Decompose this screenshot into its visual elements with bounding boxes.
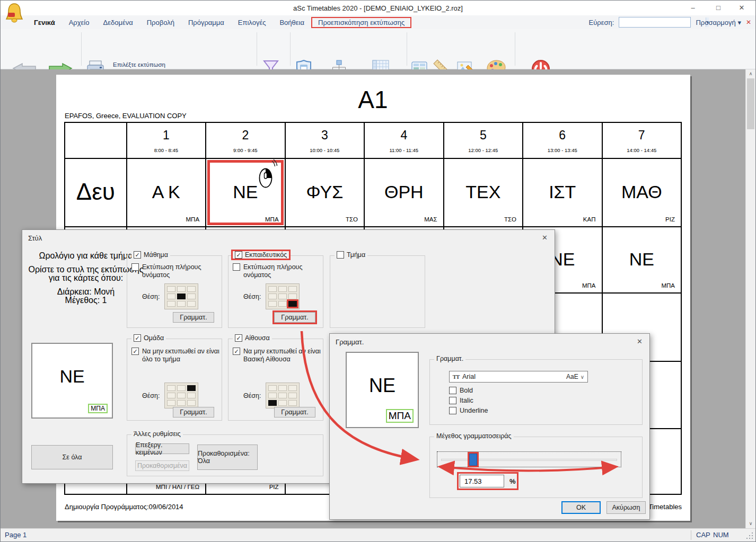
card-preview: ΝΕ ΜΠΑ	[31, 343, 113, 419]
group-group-header[interactable]: ✓ Ομάδα	[131, 334, 166, 342]
style-dialog-close-icon[interactable]: ✕	[542, 234, 548, 242]
lesson-fullname-option[interactable]: Εκτύπωση πλήρους ονόματος	[131, 263, 219, 279]
close-preview-x-icon[interactable]: ✕	[746, 19, 751, 26]
font-card-preview: ΝΕ ΜΠΑ	[346, 352, 419, 428]
group-checkbox[interactable]: ✓	[134, 334, 141, 342]
menu-dedomena[interactable]: Δεδομένα	[96, 17, 139, 28]
lesson-position-grid[interactable]	[164, 283, 198, 309]
teacher-fullname-option[interactable]: Εκτύπωση πλήρους ονόματος	[233, 263, 321, 279]
vertical-scrollbar[interactable]: ∧ ∨	[745, 69, 755, 528]
period-header: 29:00 - 9:45	[205, 123, 284, 158]
period-header: 411:00 - 11:45	[364, 123, 443, 158]
corner-cell	[65, 123, 126, 158]
close-button[interactable]: ✕	[730, 1, 753, 15]
room-position-grid[interactable]	[266, 383, 300, 408]
font-size-value-group: %	[457, 472, 518, 490]
font-dialog-title: Γραμματ.	[336, 338, 364, 346]
italic-option[interactable]: Italic	[449, 397, 473, 405]
underline-option[interactable]: Underline	[449, 407, 488, 415]
room-checkbox[interactable]: ✓	[235, 334, 242, 342]
maximize-button[interactable]: □	[707, 1, 730, 15]
teacher-position-grid[interactable]	[266, 283, 300, 309]
teacher-font-button[interactable]: Γραμματ.	[274, 312, 315, 323]
teacher-fullname-checkbox[interactable]	[233, 263, 240, 271]
status-divider	[691, 530, 691, 540]
italic-checkbox[interactable]	[449, 397, 456, 404]
font-size-slider[interactable]	[437, 451, 621, 467]
status-bar: Page 1 CAP NUM	[1, 528, 755, 541]
apply-all-button[interactable]: Σε όλα	[31, 445, 113, 469]
card-subject: ΝΕ	[32, 366, 112, 387]
timetable-cell[interactable]: ΦΥΣΤΣΟ	[285, 159, 364, 226]
font-dialog-close-icon[interactable]: ✕	[637, 337, 643, 345]
menu-programma[interactable]: Πρόγραμμα	[181, 17, 231, 28]
timetable-cell[interactable]: ΜΑΘΡΙΖ	[602, 159, 681, 226]
room-position: Θέση:	[243, 383, 300, 408]
room-group-header[interactable]: ✓ Αίθουσα	[233, 334, 272, 342]
lesson-fullname-checkbox[interactable]	[131, 263, 139, 271]
room-font-button[interactable]: Γραμματ.	[274, 407, 315, 417]
underline-checkbox[interactable]	[449, 407, 456, 414]
menu-bar: Γενικά Αρχείο Δεδομένα Προβολή Πρόγραμμα…	[1, 15, 755, 29]
resize-grip[interactable]	[752, 538, 753, 539]
group-font-button[interactable]: Γραμματ.	[173, 407, 214, 417]
slider-track[interactable]	[441, 459, 617, 461]
status-num-lock: NUM	[713, 531, 729, 539]
period-header: 310:00 - 10:45	[285, 123, 364, 158]
teacher-checkbox[interactable]: ✓	[235, 251, 242, 259]
period-header: 18:00 - 8:45	[126, 123, 205, 158]
room-option-checkbox[interactable]: ✓	[233, 348, 240, 355]
font-group-header: Γραμματ.	[434, 355, 465, 362]
lesson-checkbox[interactable]: ✓	[134, 251, 141, 259]
scrollbar-thumb[interactable]	[747, 78, 754, 129]
group-option-checkbox[interactable]: ✓	[131, 348, 139, 355]
find-combo[interactable]: ▾	[619, 17, 691, 28]
menu-print-preview[interactable]: Προεπισκόπηση εκτύπωσης	[311, 17, 411, 28]
percent-label: %	[509, 477, 516, 485]
teacher-group-header[interactable]: ✓ Εκπαιδευτικός	[233, 251, 289, 259]
group-position-grid[interactable]	[164, 383, 198, 408]
bold-option[interactable]: Bold	[449, 387, 473, 395]
ok-button[interactable]: OK	[561, 501, 601, 514]
timetable-cell[interactable]: Α ΚΜΠΑ	[126, 159, 205, 226]
slider-thumb[interactable]	[469, 454, 477, 466]
title-bar: aSc Timetables 2020 - [DEMO_ENIAIO_LYKEI…	[1, 1, 755, 15]
font-card-subject: ΝΕ	[347, 375, 418, 397]
menu-provoli[interactable]: Προβολή	[140, 17, 181, 28]
timetable-row: Δευ Α ΚΜΠΑ ΝΕΜΠΑ	[65, 158, 681, 226]
defaults-button[interactable]: Προκαθορισμένα	[135, 460, 189, 471]
cancel-button[interactable]: Ακύρωση	[606, 501, 646, 514]
find-input[interactable]	[619, 17, 706, 27]
defaults-all-button[interactable]: Προκαθορισμένα: Όλα	[197, 445, 258, 470]
teacher-position: Θέση:	[243, 283, 300, 309]
scroll-down-icon[interactable]: ∨	[746, 519, 755, 528]
menu-arxeio[interactable]: Αρχείο	[62, 17, 96, 28]
bold-checkbox[interactable]	[449, 387, 456, 394]
customize-menu[interactable]: Προσαρμογή ▾	[696, 19, 741, 26]
window-title: aSc Timetables 2020 - [DEMO_ENIAIO_LYKEI…	[1, 4, 755, 12]
group-option[interactable]: ✓ Να μην εκτυπωθεί αν είναι όλο το τμήμα	[131, 348, 221, 363]
edit-texts-button[interactable]: Επεξεργ. κειμένων	[135, 443, 189, 454]
lesson-group-header[interactable]: ✓ Μάθημα	[131, 251, 170, 259]
timetable-cell[interactable]: ΤΕΧΤΣΟ	[443, 159, 522, 226]
period-header: 613:00 - 13:45	[522, 123, 601, 158]
class-checkbox[interactable]	[337, 251, 344, 259]
font-size-input[interactable]	[460, 475, 504, 487]
timetable-cell[interactable]: ΘΡΗΜΑΣ	[364, 159, 443, 226]
timetable-cell[interactable]: ΙΣΤΚΑΠ	[522, 159, 601, 226]
lesson-font-button[interactable]: Γραμματ.	[173, 312, 214, 323]
font-family-combo[interactable]: TT Arial AaE ∨	[449, 371, 588, 383]
class-group-header[interactable]: Τμήμα	[335, 251, 367, 259]
room-option[interactable]: ✓ Να μην εκτυπωθεί αν είναι Βασική Αίθου…	[233, 348, 322, 363]
menu-genika[interactable]: Γενικά	[27, 17, 62, 28]
menu-epiloges[interactable]: Επιλογές	[231, 17, 273, 28]
period-header: 512:00 - 12:45	[443, 123, 522, 158]
timetable-cell[interactable]: ΝΕΜΠΑ	[602, 227, 681, 292]
font-combo-chevron-icon[interactable]: ∨	[581, 374, 587, 380]
menu-voithia[interactable]: Βοήθεια	[272, 17, 311, 28]
minimize-button[interactable]: –	[681, 1, 705, 15]
scroll-up-icon[interactable]: ∧	[746, 69, 755, 78]
evaluation-watermark: EPAFOS, Greece, EVALUATION COPY	[65, 112, 187, 120]
other-settings-group: Άλλες ρυθμίσεις Επεξεργ. κειμένων Προκαθ…	[127, 434, 323, 476]
timetable-cell-selected[interactable]: ΝΕΜΠΑ	[205, 159, 284, 226]
